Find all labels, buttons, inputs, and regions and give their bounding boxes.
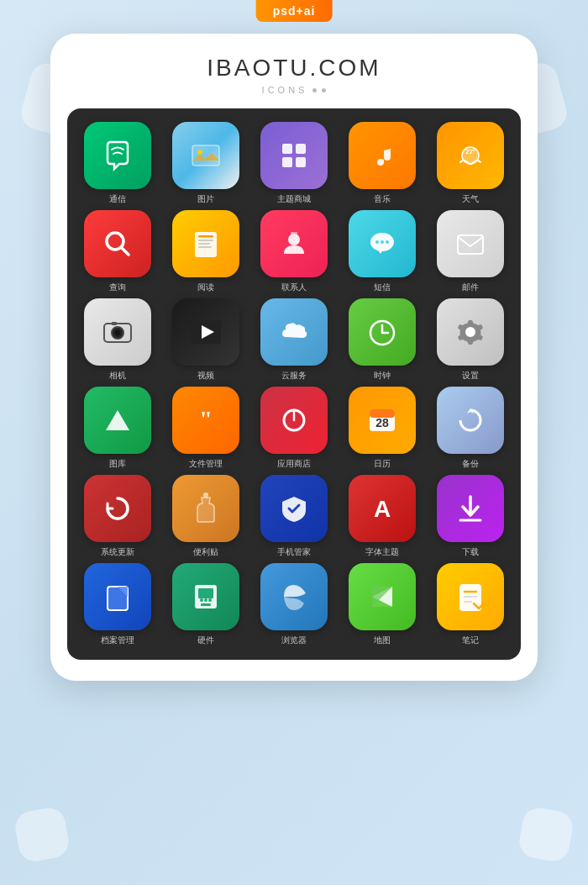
icon-box-xitongengxin [84,475,151,542]
icon-item-shezhi[interactable]: 设置 [428,298,512,382]
icon-box-shipin [172,298,239,366]
site-title: IBAOTU.COM [207,55,381,82]
icon-label-shizhong: 时钟 [374,370,391,382]
icon-box-zitimain: A [349,475,416,542]
icon-item-yuedu[interactable]: 阅读 [164,210,249,293]
icon-box-tongxin [84,122,151,189]
icon-box-lianxiren [260,210,328,277]
icon-label-yunfuwu: 云服务 [281,370,307,382]
icon-item-lianxiren[interactable]: 联系人 [252,210,337,293]
svg-point-45 [200,598,203,602]
svg-text:28: 28 [375,416,389,429]
icon-item-xiazai[interactable]: 下载 [428,475,512,558]
icon-box-yunfuwu [260,298,328,366]
icon-box-shizhong [349,298,416,366]
icon-item-yinyue[interactable]: 音乐 [339,122,424,205]
icon-label-lianxiren: 联系人 [281,282,307,293]
icon-label-yingyongshangdian: 应用商店 [277,458,311,470]
icon-label-danganguanli: 档案管理 [101,635,134,646]
icon-item-zhutishangcheng[interactable]: 主题商城 [252,122,337,205]
icon-box-rili: 28 [349,387,416,454]
icon-item-rili[interactable]: 28日历 [339,387,424,470]
icon-box-xiangji [84,298,151,366]
icon-box-danganguanli [84,563,151,630]
icon-label-zhutishangcheng: 主题商城 [277,193,311,205]
svg-line-9 [121,247,129,255]
icon-item-bianliete[interactable]: 便利贴 [164,475,249,558]
icon-box-wenjianguanli: " [172,387,239,454]
svg-rect-11 [198,235,213,238]
icon-box-youjian [437,210,504,277]
icon-label-zitimain: 字体主题 [365,546,399,558]
icon-item-danganguanli[interactable]: 档案管理 [76,563,160,646]
svg-marker-32 [106,410,129,430]
svg-rect-25 [112,322,117,325]
icon-item-chaxun[interactable]: 查询 [76,210,160,293]
icon-item-yingyongshangdian[interactable]: 应用商店 [252,387,337,470]
icon-label-beifen: 备份 [462,458,479,470]
icon-item-zitimain[interactable]: A字体主题 [339,475,424,558]
icon-box-yingyongshangdian [260,387,328,454]
icon-item-wenjianguanli[interactable]: "文件管理 [164,387,249,470]
icon-box-duanxin [349,210,416,277]
icon-item-tongxin[interactable]: 通信 [76,122,160,205]
icon-item-shoujiguanjia[interactable]: 手机管家 [252,475,337,558]
svg-rect-3 [296,144,306,154]
svg-rect-2 [282,144,292,154]
icon-box-liulanqi [260,563,328,630]
svg-rect-5 [296,157,306,167]
icon-item-xiangji[interactable]: 相机 [76,298,160,382]
svg-rect-0 [192,145,219,166]
icon-label-ditu: 地图 [374,635,391,646]
icon-label-xiangji: 相机 [109,370,126,382]
icon-label-tianqi: 天气 [462,193,479,205]
icon-item-duanxin[interactable]: 短信 [339,210,424,293]
icon-label-tupian: 图片 [197,193,214,205]
icon-item-tianqi[interactable]: 27°天气 [428,122,512,205]
icon-label-tuku: 图库 [109,458,126,470]
icon-box-shoujiguanjia [260,475,328,542]
icon-item-biji[interactable]: 笔记 [428,563,512,646]
icon-item-youjian[interactable]: 邮件 [428,210,512,293]
icon-item-tupian[interactable]: 图片 [164,122,249,205]
icon-box-tianqi: 27° [437,122,504,189]
icon-item-shipin[interactable]: 视频 [164,298,249,382]
icon-box-chaxun [84,210,151,277]
icon-item-shizhong[interactable]: 时钟 [339,298,424,382]
format-badge: psd+ai [256,0,333,22]
dot2 [322,88,326,92]
icon-label-yuedu: 阅读 [197,282,214,293]
svg-point-19 [381,240,384,244]
svg-point-47 [208,598,212,602]
svg-rect-4 [282,157,292,167]
svg-rect-21 [458,235,483,254]
icon-item-beifen[interactable]: 备份 [428,387,512,470]
icon-item-yunfuwu[interactable]: 云服务 [252,298,337,382]
icon-label-shezhi: 设置 [462,370,479,382]
icon-panel: 通信图片主题商城音乐27°天气查询阅读联系人短信邮件相机视频云服务时钟设置图库"… [67,108,521,660]
icon-box-yuedu [172,210,239,277]
icon-label-yingjian: 硬件 [197,635,214,646]
icon-box-bianliete [172,475,239,542]
icon-box-yingjian [172,563,239,630]
svg-point-1 [197,150,202,155]
svg-rect-13 [198,243,210,245]
icon-item-ditu[interactable]: 地图 [339,563,424,646]
page-wrapper: psd+ai IBAOTU.COM ICONS 通信图片主题商城音乐27°天气查… [0,0,588,885]
icon-label-rili: 日历 [374,458,391,470]
svg-point-46 [204,598,207,602]
svg-point-15 [288,234,300,245]
icon-label-duanxin: 短信 [374,282,391,293]
svg-point-38 [203,493,208,498]
icon-label-yinyue: 音乐 [374,193,391,205]
icon-item-xitongengxin[interactable]: 系统更新 [76,475,160,558]
icon-item-tuku[interactable]: 图库 [76,387,160,470]
svg-rect-14 [198,246,212,248]
deco-corner-bl [13,805,71,864]
icon-label-biji: 笔记 [462,635,479,646]
svg-point-24 [115,330,120,335]
icon-item-liulanqi[interactable]: 浏览器 [252,563,337,646]
icon-box-tupian [172,122,239,189]
icon-item-yingjian[interactable]: 硬件 [164,563,249,646]
icon-box-zhutishangcheng [260,122,328,189]
